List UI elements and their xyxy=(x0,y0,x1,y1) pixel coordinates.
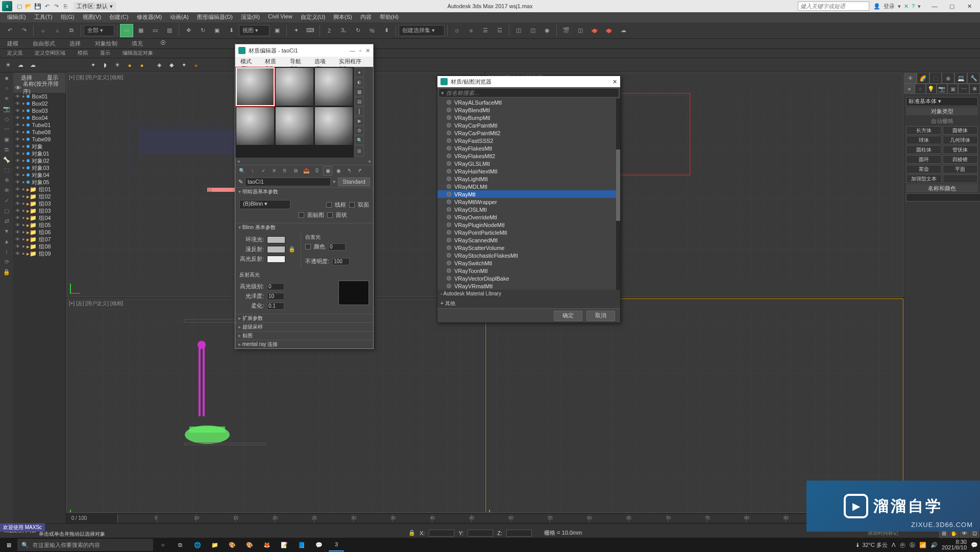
lock-icon[interactable]: 🔒 xyxy=(288,246,296,253)
menu-modifiers[interactable]: 修改器(M) xyxy=(133,12,166,22)
helper-icon[interactable]: ▣ xyxy=(947,84,958,94)
notepad-icon[interactable]: 📝 xyxy=(277,538,292,551)
tray-ime-icon[interactable]: ㊥ xyxy=(900,541,905,549)
schematic-icon[interactable]: ◫ xyxy=(526,24,540,37)
list-item[interactable]: 👁●▸📁组03 xyxy=(13,207,66,214)
filter-cont-icon[interactable]: ⬚ xyxy=(1,165,12,174)
render-online-icon[interactable]: ☁ xyxy=(617,24,630,37)
menu-customize[interactable]: 自定义(U) xyxy=(297,12,329,22)
percent-icon[interactable]: % xyxy=(365,24,379,37)
material-list-item[interactable]: VRayHairNextMtl xyxy=(437,167,620,175)
cancel-button[interactable]: 取消 xyxy=(586,311,615,321)
material-list-item[interactable]: VRayMtl xyxy=(437,190,620,198)
close-button[interactable]: ✕ xyxy=(612,79,617,85)
primitive-button[interactable]: 圆柱体 xyxy=(906,145,942,154)
list-item[interactable]: 👁●▸📁组08 xyxy=(13,243,66,250)
material-browser-titlebar[interactable]: 材质/贴图浏览器 ✕ xyxy=(437,76,620,87)
redo-icon[interactable]: ↷ xyxy=(52,2,60,10)
light1-icon[interactable]: ● xyxy=(125,60,135,70)
rollout-maps[interactable]: 贴图 xyxy=(235,332,373,340)
shader-dropdown[interactable]: (B)Blinn ▾ xyxy=(239,200,290,209)
reset-icon[interactable]: ✕ xyxy=(270,166,279,175)
list-item[interactable]: 👁●对象01 xyxy=(13,150,66,157)
put-lib-icon[interactable]: 📥 xyxy=(302,166,311,175)
material-list-item[interactable]: VRayStochasticFlakesMtl xyxy=(437,252,620,259)
menu-create[interactable]: 创建(C) xyxy=(105,12,132,22)
list-item[interactable]: 👁●Tube09 xyxy=(13,136,66,143)
list-item[interactable]: 👁●▸📁组09 xyxy=(13,250,66,257)
primitive-button[interactable]: 平面 xyxy=(943,165,978,173)
make-copy-icon[interactable]: ⎘ xyxy=(280,166,289,175)
light2-icon[interactable]: ● xyxy=(137,60,147,70)
render-icon[interactable]: 🫖 xyxy=(588,24,601,37)
primitive-button[interactable]: 长方体 xyxy=(906,126,942,135)
menu-util[interactable]: 实用程序(U) xyxy=(336,57,371,67)
link-icon[interactable]: ⟐ xyxy=(36,24,50,37)
primitive-button[interactable]: 管状体 xyxy=(943,145,978,154)
material-icon[interactable]: ◉ xyxy=(541,24,554,37)
material-list-item[interactable]: VRayBlendMtl xyxy=(437,106,620,114)
omni-icon[interactable]: ✦ xyxy=(88,60,98,70)
hierarchy-tab-icon[interactable]: ⬚ xyxy=(929,72,942,84)
show-map-icon[interactable]: ▣ xyxy=(323,166,332,175)
primitive-button[interactable]: 圆锥体 xyxy=(943,126,978,135)
material-list-item[interactable]: VRayOverrideMtl xyxy=(437,213,620,221)
tray-bt-icon[interactable]: ⓑ xyxy=(910,541,915,549)
menu-scripts[interactable]: 脚本(S) xyxy=(329,12,356,22)
project-icon[interactable]: ⎘ xyxy=(61,2,69,10)
taskbar-clock[interactable]: 8:30 2021/8/10 xyxy=(942,539,967,550)
primitive-button[interactable]: 四棱锥 xyxy=(943,155,978,164)
material-list-item[interactable]: VRayGLSLMtl xyxy=(437,160,620,167)
undo-icon[interactable]: ↶ xyxy=(3,24,16,37)
new-icon[interactable]: ▢ xyxy=(15,2,23,10)
geom-icon[interactable]: ● xyxy=(904,84,915,94)
maximize-button[interactable]: ▢ xyxy=(943,1,961,11)
sample-uv-icon[interactable]: ▤ xyxy=(355,97,364,106)
speclevel-input[interactable] xyxy=(267,283,284,290)
placement-icon[interactable]: ⬇ xyxy=(225,24,238,37)
help-icon[interactable]: ? xyxy=(912,3,915,9)
create-tab-icon[interactable]: ✚ xyxy=(904,72,917,84)
render-setup-icon[interactable]: 🎬 xyxy=(559,24,573,37)
paint-icon[interactable]: 🎨 xyxy=(225,538,240,551)
filter-sort-icon[interactable]: ↕ xyxy=(1,247,12,256)
shape-icon[interactable]: ○ xyxy=(915,84,925,94)
unlink-icon[interactable]: ⟑ xyxy=(51,24,64,37)
weather-label[interactable]: 🌡 32°C 多云 xyxy=(855,541,888,549)
minimize-button[interactable]: — xyxy=(350,47,355,54)
menu-material[interactable]: 材质(M) xyxy=(262,57,287,67)
redo-icon[interactable]: ↷ xyxy=(17,24,31,37)
motion-tab-icon[interactable]: ◉ xyxy=(942,72,954,84)
menu-content[interactable]: 内容 xyxy=(356,12,376,22)
material-list-item[interactable]: VRayOSLMtl xyxy=(437,206,620,213)
list-item[interactable]: 👁●▸📁组06 xyxy=(13,229,66,236)
material-list-item[interactable]: VRayPointParticleMtl xyxy=(437,229,620,236)
list-item[interactable]: 👁●对象04 xyxy=(13,171,66,179)
filter-inv-icon[interactable]: ⇄ xyxy=(1,216,12,225)
material-name-input[interactable] xyxy=(245,178,331,186)
list-item[interactable]: 👁●Tube08 xyxy=(13,129,66,136)
primitive-button[interactable]: 几何球体 xyxy=(943,136,978,144)
menu-render[interactable]: 渲染(R) xyxy=(237,12,264,22)
facemap-checkbox[interactable] xyxy=(299,212,304,218)
start-button[interactable]: ⊞ xyxy=(2,538,15,551)
primitive-button[interactable] xyxy=(943,174,978,183)
snap2-icon[interactable]: 2 xyxy=(323,24,336,37)
gloss-input[interactable] xyxy=(267,293,284,300)
subtab-flow[interactable]: 定义流 xyxy=(3,49,27,58)
render-prod-icon[interactable]: 🫖 xyxy=(602,24,616,37)
material-list-item[interactable]: VRayMDLMtl xyxy=(437,183,620,190)
curve-editor-icon[interactable]: ◫ xyxy=(512,24,525,37)
open-icon[interactable]: 📂 xyxy=(24,2,33,10)
signin-label[interactable]: 登录 xyxy=(884,3,895,10)
video-color-icon[interactable]: ║ xyxy=(355,107,364,116)
caret-icon[interactable]: ▾ xyxy=(898,3,901,10)
arealt-icon[interactable]: ◈ xyxy=(154,60,164,70)
keyboard-icon[interactable]: ⌨ xyxy=(304,24,317,37)
rollout-extended[interactable]: 扩展参数 xyxy=(235,314,373,322)
twoside-checkbox[interactable] xyxy=(349,202,355,208)
menu-options[interactable]: 选项(O) xyxy=(311,57,336,67)
app-icon[interactable]: 🎨 xyxy=(242,538,257,551)
material-slot[interactable] xyxy=(314,67,353,106)
filter-space-icon[interactable]: 〰 xyxy=(1,124,12,134)
